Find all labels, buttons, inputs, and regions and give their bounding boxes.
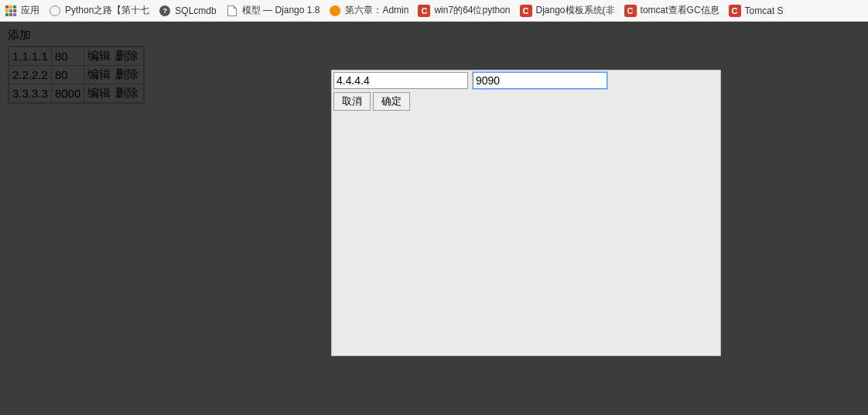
bookmark-item[interactable]: Python之路【第十七: [49, 4, 149, 17]
apps-icon: [5, 5, 17, 17]
bookmark-label: Tomcat S: [745, 5, 784, 16]
bookmark-item[interactable]: Ctomcat查看GC信息: [624, 4, 719, 17]
c-icon: C: [624, 5, 637, 17]
edit-dialog: 取消 确定: [331, 70, 721, 356]
c-icon: C: [418, 5, 430, 17]
ok-button[interactable]: 确定: [373, 92, 410, 111]
bookmark-label: 应用: [21, 4, 39, 17]
page-icon: [226, 5, 238, 17]
bookmark-label: tomcat查看GC信息: [641, 4, 719, 17]
bookmark-label: SQLcmdb: [175, 5, 216, 16]
bookmark-bar: 应用Python之路【第十七?SQLcmdb模型 — Django 1.8第六章…: [0, 0, 868, 22]
bookmark-label: Django模板系统(非: [536, 4, 615, 17]
bookmark-label: win7的64位python: [434, 4, 510, 17]
bookmark-item[interactable]: CTomcat S: [729, 5, 784, 17]
snake-icon: [49, 5, 61, 17]
cancel-button[interactable]: 取消: [333, 92, 371, 111]
bookmark-label: Python之路【第十七: [65, 4, 149, 17]
bookmark-label: 第六章：Admin: [345, 4, 408, 17]
ip-input[interactable]: [333, 72, 468, 89]
c-icon: C: [729, 5, 741, 17]
bookmark-item[interactable]: 应用: [5, 4, 39, 17]
c-icon: C: [520, 5, 532, 17]
bookmark-item[interactable]: 模型 — Django 1.8: [226, 4, 320, 17]
gray-circle-icon: ?: [159, 5, 171, 17]
bookmark-item[interactable]: CDjango模板系统(非: [520, 4, 615, 17]
port-input[interactable]: [473, 72, 607, 89]
bookmark-label: 模型 — Django 1.8: [242, 4, 320, 17]
orange-icon: [329, 5, 341, 17]
bookmark-item[interactable]: 第六章：Admin: [329, 4, 408, 17]
bookmark-item[interactable]: Cwin7的64位python: [418, 4, 510, 17]
bookmark-item[interactable]: ?SQLcmdb: [159, 5, 216, 17]
